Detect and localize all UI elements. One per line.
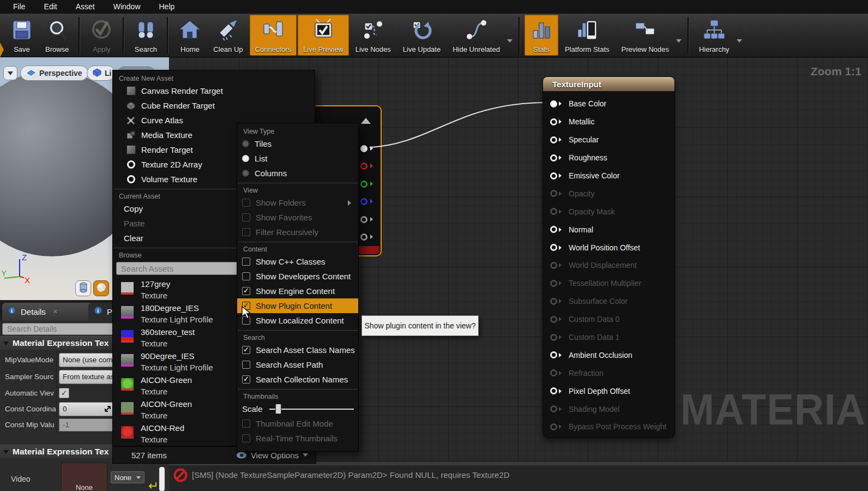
input-pin-base-color[interactable]: Base Color [543, 95, 674, 113]
hide-unrelated-dropdown-caret[interactable] [507, 39, 513, 45]
perspective-button[interactable]: Perspective [20, 65, 88, 81]
texture-thumbnail [121, 282, 134, 295]
menu-asset[interactable]: Asset [68, 0, 103, 14]
input-pin-pixel-depth-offset[interactable]: Pixel Depth Offset [543, 382, 674, 400]
compile-error-message[interactable]: [SM5] (Node TextureSampleParameter2D) Pa… [192, 470, 510, 480]
lit-mode-button[interactable]: Li [87, 65, 115, 81]
checkbox-show-localized-content[interactable]: Show Localized Content [237, 313, 358, 328]
close-icon[interactable]: ✕ [53, 308, 58, 315]
hide-unrelated-button[interactable]: Hide Unrelated [447, 15, 505, 56]
live-update-button[interactable]: Live Update [397, 15, 446, 56]
connectors-button[interactable]: Connectors [250, 15, 297, 56]
pin-icon[interactable] [360, 216, 367, 223]
pin-icon[interactable] [360, 198, 367, 205]
input-pin-normal[interactable]: Normal [543, 220, 674, 238]
tab-details[interactable]: i Details ✕ [2, 303, 94, 321]
menu-edit[interactable]: Edit [37, 0, 65, 14]
texture-input-node[interactable]: TextureInput Base Color Metallic Specula… [542, 76, 675, 438]
pin-icon[interactable] [550, 172, 557, 179]
live-preview-button[interactable]: Live Preview [298, 15, 349, 56]
menu-separator [238, 242, 358, 242]
checkbox-icon [242, 272, 250, 280]
input-pin-world-position-offset[interactable]: World Position Offset [543, 238, 674, 256]
pin-icon[interactable] [550, 226, 557, 233]
live-preview-tv-icon [312, 19, 335, 44]
pin-icon[interactable] [360, 163, 367, 170]
pin-icon[interactable] [550, 351, 557, 358]
pin-icon[interactable] [550, 244, 557, 251]
save-button[interactable]: Save [5, 15, 39, 56]
input-pin-roughness[interactable]: Roughness [543, 149, 674, 167]
pin-icon[interactable] [360, 145, 367, 152]
zoom-level-label: Zoom 1:1 [811, 65, 861, 78]
info-icon: i [8, 306, 17, 318]
tooltip: Show plugin content in the view? [361, 315, 479, 336]
expand-arrows-icon[interactable] [105, 406, 111, 412]
radio-columns[interactable]: Columns [237, 166, 358, 181]
input-pin-ambient-occlusion[interactable]: Ambient Occlusion [543, 346, 674, 364]
toolbar-separator [123, 17, 124, 53]
stats-button[interactable]: Stats [525, 15, 558, 56]
menu-file[interactable]: File [5, 0, 33, 14]
pin-icon[interactable] [550, 154, 557, 161]
checkbox-show-cpp-classes[interactable]: Show C++ Classes [237, 254, 358, 269]
pin-chevron-icon [559, 317, 564, 321]
menu-separator [238, 183, 358, 183]
browse-button[interactable]: Browse [40, 15, 74, 56]
menu-help[interactable]: Help [152, 0, 183, 14]
slider-thumb[interactable] [275, 404, 281, 414]
viewport-options-button[interactable] [3, 66, 17, 80]
pin-chevron-icon [559, 209, 564, 214]
pin-icon[interactable] [550, 136, 557, 143]
pin-icon[interactable] [360, 233, 367, 241]
mouse-cursor [242, 306, 254, 320]
checkbox-search-asset-path[interactable]: Search Asset Path [237, 357, 358, 372]
pin-icon[interactable] [550, 387, 557, 394]
reset-to-default-icon[interactable] [148, 481, 158, 490]
automatic-view-checkbox[interactable]: ✓ [59, 388, 69, 398]
live-nodes-button[interactable]: Live Nodes [350, 15, 396, 56]
collapse-arrow-icon[interactable] [361, 113, 371, 124]
checkbox-search-collection-names[interactable]: ✓Search Collection Names [237, 372, 358, 387]
texture-thumbnail [121, 402, 134, 415]
view-options-button[interactable]: View Options [236, 451, 308, 460]
preview-shape-sphere-button[interactable] [93, 280, 109, 296]
input-pin-metallic[interactable]: Metallic [543, 113, 674, 131]
checkbox-search-asset-class-names[interactable]: ✓Search Asset Class Names [237, 343, 358, 357]
axis-x-label: X [25, 276, 30, 285]
clean-up-button[interactable]: Clean Up [208, 15, 248, 56]
const-coordinate-spinbox[interactable]: 0 [59, 402, 114, 416]
details-scrollbar[interactable] [159, 467, 165, 491]
search-button[interactable]: Search [129, 15, 162, 56]
input-pin-specular[interactable]: Specular [543, 131, 674, 149]
hierarchy-button[interactable]: Hierarchy [694, 15, 735, 56]
input-pin-emissive-color[interactable]: Emissive Color [543, 167, 674, 185]
radio-tiles[interactable]: Tiles [237, 136, 358, 151]
pin-chevron-icon [559, 101, 564, 106]
save-floppy-icon [10, 19, 33, 44]
checkbox-show-engine-content[interactable]: ✓Show Engine Content [237, 284, 358, 298]
node-title-bar[interactable]: TextureInput [543, 77, 674, 91]
video-none-dropdown[interactable]: None [111, 471, 144, 483]
thumbnail-scale-slider[interactable] [269, 404, 354, 414]
hierarchy-dropdown-caret[interactable] [737, 39, 742, 45]
menu-window[interactable]: Window [106, 0, 148, 14]
preview-nodes-dropdown-caret[interactable] [676, 39, 682, 45]
preview-shape-cylinder-button[interactable] [75, 280, 91, 296]
menu-item-cube-render-target[interactable]: Cube Render Target [113, 98, 315, 113]
toolbar-separator [519, 17, 520, 53]
video-thumbnail[interactable]: None [61, 463, 107, 491]
home-button[interactable]: Home [173, 15, 207, 56]
menu-item-canvas-render-target[interactable]: Canvas Render Target [113, 83, 315, 98]
checkbox-icon [242, 361, 250, 369]
pin-icon[interactable] [550, 118, 557, 125]
preview-nodes-button[interactable]: Preview Nodes [616, 15, 674, 56]
checkbox-show-plugin-content[interactable]: ✓Show Plugin Content [237, 298, 358, 313]
radio-list[interactable]: List [237, 151, 358, 166]
apply-button[interactable]: Apply [85, 15, 118, 56]
platform-stats-button[interactable]: Platform Stats [559, 15, 615, 56]
checkbox-show-developers-content[interactable]: Show Developers Content [237, 269, 358, 284]
pin-icon [550, 280, 557, 287]
pin-icon[interactable] [360, 181, 367, 188]
pin-icon[interactable] [550, 100, 557, 107]
